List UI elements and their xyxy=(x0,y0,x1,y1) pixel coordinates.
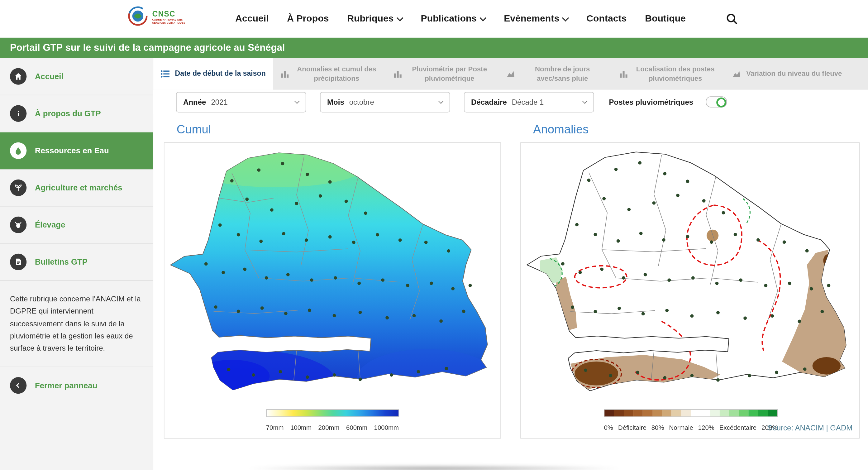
chevron-down-icon xyxy=(397,14,404,22)
map-source-text: Source: ANACIM | GADM xyxy=(767,423,852,432)
sidebar: Accueil À propos du GTP Ressources en Ea… xyxy=(0,58,153,470)
sidebar-item-elevage[interactable]: Élevage xyxy=(0,207,153,244)
section-tabbar: Date de début de la saison Anomalies et … xyxy=(153,58,868,90)
anomalies-legend-swatches xyxy=(604,409,778,417)
main-nav: Accueil À Propos Rubriques Publications … xyxy=(235,0,686,38)
sidebar-item-bulletins-gtp[interactable]: Bulletins GTP xyxy=(0,244,153,281)
cnsc-logo-icon xyxy=(127,6,149,29)
bar-chart-icon xyxy=(280,69,289,79)
tab-jours-avec-sans-pluie[interactable]: Nombre de jours avec/sans pluie xyxy=(499,58,612,90)
page: CNSC CADRE NATIONAL DES SERVICES CLIMATI… xyxy=(0,0,868,470)
chevron-down-icon xyxy=(294,98,300,104)
top-navbar: CNSC CADRE NATIONAL DES SERVICES CLIMATI… xyxy=(0,0,868,38)
list-icon xyxy=(160,69,170,79)
agriculture-icon xyxy=(10,179,27,196)
cumul-column: Cumul xyxy=(164,114,501,439)
logo-subtitle: CADRE NATIONAL DES SERVICES CLIMATIQUES xyxy=(152,19,191,25)
cumul-panel: 70mm 100mm 200mm 600mm 1000mm xyxy=(164,142,501,439)
anomalies-title: Anomalies xyxy=(533,123,860,137)
mois-select[interactable]: Mois octobre xyxy=(320,92,450,112)
home-icon xyxy=(10,68,27,85)
anomalies-legend: 0% Déficitaire 80% Normale 120% Excédent… xyxy=(604,409,778,431)
nav-evenements[interactable]: Evènements xyxy=(504,13,568,25)
cumul-map xyxy=(168,146,497,401)
decadaire-select[interactable]: Décadaire Décade 1 xyxy=(464,92,594,112)
area-chart-icon xyxy=(506,69,515,79)
sidebar-item-a-propos-du-gtp[interactable]: À propos du GTP xyxy=(0,95,153,133)
tab-variation-niveau-fleuve[interactable]: Variation du niveau du fleuve xyxy=(725,58,849,90)
sidebar-description: Cette rubrique concerne l’ANACIM et la D… xyxy=(0,281,153,368)
close-panel-button[interactable]: Fermer panneau xyxy=(0,368,153,404)
nav-accueil[interactable]: Accueil xyxy=(235,13,269,25)
page-bottom-shadow xyxy=(243,465,625,470)
chevron-down-icon xyxy=(479,14,487,22)
filter-bar: Année 2021 Mois octobre Décadaire Décade… xyxy=(153,90,868,114)
portal-title-banner: Portail GTP sur le suivi de la campagne … xyxy=(0,38,868,58)
chevron-left-icon xyxy=(10,377,27,394)
postes-toggle[interactable] xyxy=(706,96,727,108)
tab-anomalies-cumul[interactable]: Anomalies et cumul des précipitations xyxy=(273,58,386,90)
cumul-legend: 70mm 100mm 200mm 600mm 1000mm xyxy=(266,409,399,431)
sidebar-item-ressources-en-eau[interactable]: Ressources en Eau xyxy=(0,133,153,170)
nav-contacts[interactable]: Contacts xyxy=(586,13,626,25)
bar-chart-icon xyxy=(619,69,628,79)
cnsc-logo[interactable]: CNSC CADRE NATIONAL DES SERVICES CLIMATI… xyxy=(127,6,191,29)
annee-select[interactable]: Année 2021 xyxy=(176,92,306,112)
nav-a-propos[interactable]: À Propos xyxy=(287,13,329,25)
anomalies-map xyxy=(525,146,856,401)
toggle-knob xyxy=(716,97,726,107)
search-icon[interactable] xyxy=(725,12,739,28)
tab-localisation-postes[interactable]: Localisation des postes pluviométriques xyxy=(612,58,724,90)
anomalies-column: Anomalies xyxy=(520,114,860,439)
bulletin-icon xyxy=(10,254,27,270)
cumul-title: Cumul xyxy=(177,123,501,137)
water-drop-icon xyxy=(10,142,27,159)
livestock-icon xyxy=(10,216,27,233)
nav-rubriques[interactable]: Rubriques xyxy=(347,13,403,25)
logo-title: CNSC xyxy=(152,9,191,18)
chevron-down-icon xyxy=(438,98,444,104)
chevron-down-icon xyxy=(562,14,569,22)
area-chart-icon xyxy=(732,69,741,79)
anomalies-panel: 0% Déficitaire 80% Normale 120% Excédent… xyxy=(520,142,860,439)
tab-pluviometrie-poste[interactable]: Pluviométrie par Poste pluviométrique xyxy=(386,58,498,90)
postes-pluviometriques-label: Postes pluviométriques xyxy=(609,98,693,106)
nav-boutique[interactable]: Boutique xyxy=(645,13,686,25)
sidebar-item-accueil[interactable]: Accueil xyxy=(0,58,153,95)
info-icon xyxy=(10,105,27,122)
tab-date-debut-saison[interactable]: Date de début de la saison xyxy=(153,58,273,90)
sidebar-item-agriculture-et-marches[interactable]: Agriculture et marchés xyxy=(0,170,153,207)
main-content: Date de début de la saison Anomalies et … xyxy=(153,58,868,470)
bar-chart-icon xyxy=(393,69,403,79)
maps-row: Cumul xyxy=(153,114,868,439)
nav-publications[interactable]: Publications xyxy=(421,13,486,25)
chevron-down-icon xyxy=(582,98,588,104)
cumul-legend-gradient-bar xyxy=(266,409,399,417)
